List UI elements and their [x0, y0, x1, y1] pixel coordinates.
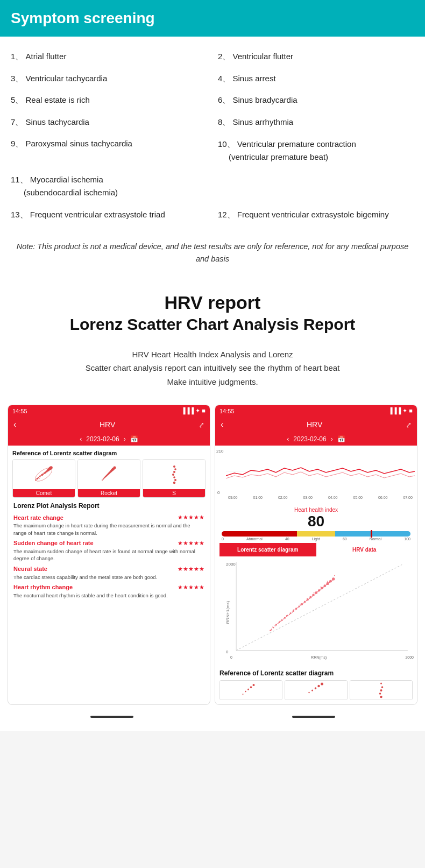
symptom-9: 9、 Paroxysmal sinus tachycardia	[11, 135, 207, 167]
phone-right-share-icon[interactable]: ⤤	[406, 421, 412, 429]
svg-point-104	[320, 589, 321, 590]
scatter-thumb-s[interactable]: S	[143, 459, 206, 498]
svg-point-116	[321, 587, 322, 588]
scatter-thumb-rocket[interactable]: Rocket	[77, 459, 140, 498]
scatter-bottom-thumb-2[interactable]	[285, 680, 348, 700]
svg-point-109	[272, 627, 273, 628]
phone-screenshots-row: 14:55 ▐▐▐ ✦ ■ ‹ HRV ⤤ ‹ 2023-02-06 › 📅 R…	[0, 399, 425, 705]
symptom-13: 13、 Frequent ventricular extrasystole tr…	[11, 206, 207, 224]
symptom-5: 5、 Real estate is rich	[11, 91, 207, 110]
svg-point-97	[300, 605, 301, 606]
svg-point-105	[323, 587, 324, 588]
metric-2-name: Sudden change of heart rate	[13, 540, 94, 546]
phone-left-time: 14:55	[12, 408, 27, 414]
svg-point-103	[317, 591, 318, 592]
phone-left: 14:55 ▐▐▐ ✦ ■ ‹ HRV ⤤ ‹ 2023-02-06 › 📅 R…	[8, 405, 210, 705]
phone-left-date-next[interactable]: ›	[124, 435, 126, 443]
svg-point-68	[281, 619, 283, 621]
svg-point-26	[39, 478, 39, 478]
metric-4-stars: ★★★★★	[178, 584, 204, 591]
symptom-11-text2: (subendocardial ischemia)	[11, 188, 118, 197]
symptom-11-num: 11、	[11, 175, 28, 184]
scatter-thumbnails: Comet	[12, 459, 206, 498]
svg-point-122	[250, 687, 252, 689]
comet-label: Comet	[13, 489, 75, 497]
symptom-10-text: Ventricular premature contraction	[237, 139, 356, 149]
svg-point-133	[380, 696, 382, 698]
scatter-x-axis: 0 RRN(ms) 2000	[230, 655, 414, 659]
symptom-7-text: Sinus tachycardia	[26, 117, 89, 126]
svg-point-106	[326, 584, 327, 585]
phone-left-back-icon[interactable]: ‹	[13, 420, 16, 429]
svg-point-108	[332, 580, 333, 581]
svg-point-132	[379, 693, 381, 695]
svg-point-56	[174, 479, 176, 481]
phone-right-date: 2023-02-06	[293, 435, 326, 443]
phone-right-nav: ‹ HRV ⤤	[215, 417, 417, 433]
phone-right-date-next[interactable]: ›	[331, 435, 333, 443]
svg-point-117	[327, 581, 328, 582]
svg-point-90	[280, 621, 281, 622]
s-img	[143, 460, 205, 489]
svg-point-25	[36, 480, 37, 481]
metric-3-name: Neural state	[13, 566, 47, 572]
svg-point-113	[300, 604, 301, 605]
phone-left-calendar-icon[interactable]: 📅	[130, 435, 138, 443]
symptom-4-text: Sinus arrest	[233, 74, 276, 83]
comet-img	[13, 460, 75, 489]
scatter-chart-area: RRN+1(ms) 2000 0	[215, 559, 417, 666]
svg-point-66	[275, 624, 277, 626]
symptom-13-text: Frequent ventricular extrasystole triad	[30, 210, 165, 219]
svg-point-51	[173, 465, 175, 468]
phone-right-back-icon[interactable]: ‹	[221, 420, 223, 429]
scatter-bottom-img-2	[285, 681, 347, 700]
tab-lorentz[interactable]: Lorentz scatter diagram	[219, 543, 316, 556]
svg-point-30	[102, 479, 103, 481]
svg-point-114	[307, 598, 308, 599]
svg-point-41	[104, 477, 105, 478]
tab-hrv-data[interactable]: HRV data	[316, 543, 413, 556]
hhi-value: 80	[219, 513, 413, 530]
symptom-7-num: 7、	[11, 117, 23, 126]
svg-point-43	[107, 475, 108, 476]
symptom-9-num: 9、	[11, 139, 23, 148]
svg-rect-60	[236, 562, 408, 653]
scatter-y-label: RRN+1(ms)	[225, 601, 230, 624]
svg-point-74	[298, 606, 300, 608]
svg-point-27	[42, 475, 43, 476]
svg-point-44	[108, 474, 109, 475]
symptom-10-text2: (ventricular premature beat)	[218, 152, 328, 161]
svg-point-55	[173, 476, 175, 478]
symptom-1: 1、 Atrial flutter	[11, 47, 207, 66]
svg-point-88	[274, 625, 275, 626]
hhi-label: Heart health index	[219, 507, 413, 513]
svg-point-94	[292, 612, 293, 613]
scatter-thumb-comet[interactable]: Comet	[12, 459, 75, 498]
svg-point-42	[105, 476, 107, 477]
phone-left-nav: ‹ HRV ⤤	[8, 417, 210, 433]
metric-1-name: Heart rate change	[13, 514, 63, 521]
phone-right-calendar-icon[interactable]: 📅	[337, 435, 345, 443]
phone-left-date-prev[interactable]: ‹	[80, 435, 82, 443]
svg-point-96	[298, 607, 299, 608]
metric-2-desc: The maximum sudden change of heart rate …	[13, 548, 204, 562]
phone-left-share-icon[interactable]: ⤤	[199, 421, 204, 429]
scatter-bottom-thumb-3[interactable]	[350, 680, 413, 700]
symptom-5-text: Real estate is rich	[26, 95, 90, 104]
metric-4-name: Heart rhythm change	[13, 584, 73, 590]
phone-left-content: Reference of Lorentz scatter diagram	[8, 446, 210, 606]
svg-point-29	[45, 472, 46, 474]
svg-point-69	[284, 617, 286, 619]
scatter-bottom-thumb-1[interactable]	[219, 680, 282, 700]
svg-point-76	[304, 601, 306, 603]
heart-health-section: Heart health index 80 0 Abnormal 40 Ligh…	[215, 505, 417, 559]
divider-left	[90, 716, 133, 718]
scatter-bottom-img-1	[220, 681, 282, 700]
symptom-12: 12、 Frequent ventricular extrasystole bi…	[218, 206, 414, 224]
svg-point-12	[42, 473, 44, 475]
reference-title: Reference of Lorentz scatter diagram	[12, 450, 206, 456]
svg-point-102	[315, 594, 316, 595]
phone-right-date-prev[interactable]: ‹	[287, 435, 289, 443]
svg-point-123	[253, 684, 255, 686]
svg-point-115	[314, 592, 315, 594]
